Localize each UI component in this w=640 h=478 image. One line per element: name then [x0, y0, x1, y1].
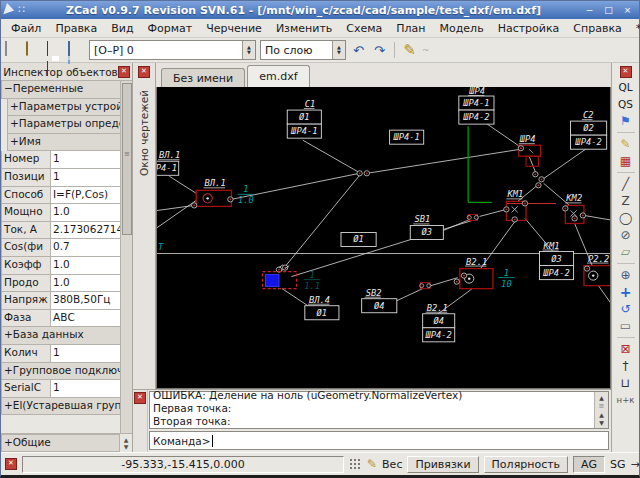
field-value[interactable]: 380В,50Гц [51, 292, 120, 309]
command-input[interactable]: Команда> [149, 431, 609, 450]
field-value[interactable]: I=F(P,Cos) [51, 187, 120, 204]
inspector-field-row[interactable]: Мощно1.0 [1, 204, 121, 222]
right-toolbar-close-icon[interactable]: ✕ [620, 66, 632, 78]
inspector-field-row[interactable]: Колич1 [1, 345, 121, 363]
menu-item-6[interactable]: Схема [339, 21, 389, 36]
redo-icon[interactable]: ↷ [371, 42, 388, 59]
load-fraction-denominator: 10 [501, 279, 512, 289]
field-value[interactable]: 1 [51, 345, 120, 362]
misc-tool-icon[interactable]: ~ [422, 45, 430, 55]
block-flag-icon[interactable]: ⚑ [615, 113, 637, 129]
drawing-canvas[interactable]: ШР4-1ВЛ.1Ø1ШР4-1С1ШР4-1ШР4-1ШР4-2ШР4Ø2ШР… [156, 87, 611, 389]
inspector-section-common[interactable]: +Общие [1, 434, 120, 452]
command-dock-close-icon[interactable]: ✕ [134, 392, 146, 404]
inspector-field-row[interactable]: Продо1.0 [1, 275, 121, 293]
maximize-button[interactable]: □ [601, 4, 616, 17]
field-value[interactable]: 1.0 [51, 257, 120, 274]
field-value[interactable]: 1.0 [51, 204, 120, 221]
selected-entity-fill[interactable] [266, 275, 279, 287]
statusbar-close-icon[interactable]: ✕ [5, 458, 17, 470]
inspector-section-row[interactable]: +Имя [7, 134, 121, 152]
inspector-section-row[interactable]: +База данных [1, 327, 121, 345]
window-menu-icon[interactable]: ∷ [18, 5, 25, 15]
rotate-icon[interactable]: ↺ [615, 301, 637, 317]
field-value[interactable]: 1.0 [51, 275, 120, 292]
menu-item-9[interactable]: Настройка [491, 21, 567, 36]
field-value[interactable]: 1 [51, 169, 120, 186]
polar-button[interactable]: Полярность [484, 456, 569, 473]
menu-item-1[interactable]: Правка [48, 21, 104, 36]
inspector-field-row[interactable]: Позици1 [1, 169, 121, 187]
menu-item-10[interactable]: Справка [566, 21, 628, 36]
layer-combo-spinner[interactable]: ▲▼ [242, 41, 255, 59]
move-icon[interactable]: + [615, 284, 637, 300]
inspector-scrollbar[interactable] [120, 81, 132, 433]
pen-icon[interactable]: ✎ [401, 42, 418, 59]
statusbar-arrow-icon[interactable]: → [630, 458, 639, 471]
menu-item-7[interactable]: План [389, 21, 432, 36]
menu-item-0[interactable]: Файл [4, 21, 48, 36]
layer-combo[interactable]: [O–P] 0 ▲▼ [89, 40, 256, 60]
draw-arc-icon[interactable]: ⊘ [615, 227, 637, 243]
drawing-window-close-icon[interactable]: ✕ [138, 66, 150, 78]
draw-line-icon[interactable]: ╱ [615, 176, 637, 192]
draw-mode-icon[interactable]: ✎ [367, 457, 377, 471]
ql-button[interactable]: QL [615, 79, 637, 95]
command-history-line: Вторая точка: [153, 415, 591, 428]
layers-icon[interactable] [68, 42, 85, 59]
grid-toggle-icon[interactable] [349, 458, 362, 471]
qs-button[interactable]: QS [615, 96, 637, 112]
new-file-icon[interactable] [5, 42, 22, 59]
measure-icon[interactable]: † [615, 358, 637, 374]
menu-item-11[interactable]: **Debug [629, 21, 640, 36]
field-value[interactable]: АВС [51, 310, 120, 327]
inspector-section-row[interactable]: +Групповое подключен [1, 363, 121, 381]
menu-item-4[interactable]: Черчение [199, 21, 269, 36]
inspector-field-row[interactable]: Ток, А2.1730627145895 [1, 222, 121, 240]
explode-icon[interactable]: ⊔ [615, 375, 637, 391]
menu-item-8[interactable]: Модель [433, 21, 491, 36]
image-tool-icon[interactable]: ▦ [615, 153, 637, 169]
inspector-scroll-buttons[interactable]: ▲ ▼ [120, 434, 132, 452]
inspector-field-row[interactable]: Cos(фи0.7 [1, 239, 121, 257]
draw-polyline-icon[interactable]: Z [615, 193, 637, 209]
copy-icon[interactable]: ⊕ [615, 267, 637, 283]
inspector-section-row[interactable]: +Параметры устройств [7, 99, 121, 117]
drawing-tab-1[interactable]: em.dxf [247, 65, 309, 87]
field-value[interactable]: 2.1730627145895 [51, 222, 120, 239]
draw-circle-icon[interactable]: ◯ [615, 210, 637, 226]
erase-icon[interactable]: ⊠ [615, 341, 637, 357]
app-icon[interactable] [3, 3, 15, 17]
save-file-icon[interactable] [47, 42, 64, 59]
field-value[interactable]: 1 [51, 151, 120, 168]
inspector-field-row[interactable]: СпособI=F(P,Cos) [1, 187, 121, 205]
inspector-field-row[interactable]: Напряж380В,50Гц [1, 292, 121, 310]
inspector-field-row[interactable]: Коэфф1.0 [1, 257, 121, 275]
field-value[interactable]: 0.7 [51, 239, 120, 256]
command-scrollbar[interactable]: ▲ ≡ ▲ ▼ [594, 392, 608, 428]
inspector-field-row[interactable]: Номер1 [1, 151, 121, 169]
scale-icon[interactable]: ▭ [615, 318, 637, 334]
snap-button[interactable]: Привязки [407, 456, 478, 473]
drawing-tab-0[interactable]: Без имени [161, 68, 245, 87]
inspector-field-row[interactable]: SerialC1 [1, 380, 121, 398]
draw-shape-icon[interactable]: ▱ [615, 244, 637, 260]
menu-item-2[interactable]: Вид [104, 21, 140, 36]
edit-attributes-icon[interactable]: ✎ [615, 136, 637, 152]
inspector-close-icon[interactable]: ✕ [118, 66, 130, 78]
open-file-icon[interactable] [26, 42, 43, 59]
color-combo[interactable]: По слою ▲▼ [260, 40, 346, 60]
menu-item-5[interactable]: Изменить [269, 21, 339, 36]
designation-text: ШР4-1 [290, 126, 317, 136]
inspector-field-row[interactable]: ФазаАВС [1, 310, 121, 328]
inspector-section-row[interactable]: +Параметры определе [7, 116, 121, 134]
field-value[interactable]: 1 [51, 380, 120, 397]
color-combo-spinner[interactable]: ▲▼ [332, 41, 345, 59]
undo-icon[interactable]: ↶ [350, 42, 367, 59]
menu-item-3[interactable]: Формат [141, 21, 200, 36]
close-button[interactable]: × [620, 4, 635, 17]
ag-button[interactable]: AG [573, 456, 605, 473]
inspector-section-row[interactable]: −Переменные [1, 81, 121, 99]
inspector-section-row[interactable]: +El(Устаревшая группа [1, 398, 121, 416]
minimize-button[interactable]: − [582, 4, 597, 17]
